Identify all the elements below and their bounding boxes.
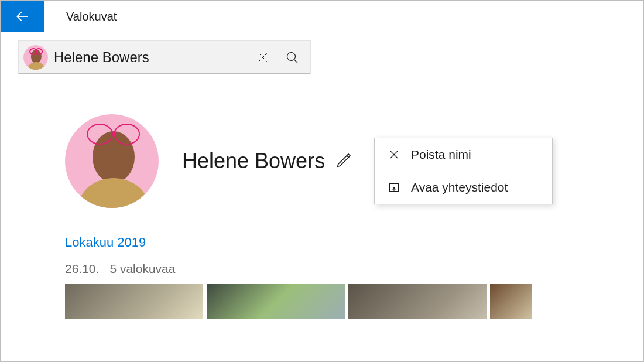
photo-thumbnail[interactable] (207, 284, 345, 319)
menu-item-label: Poista nimi (411, 148, 471, 162)
close-icon (257, 52, 269, 63)
menu-item-open-contact[interactable]: Avaa yhteystiedot (375, 171, 552, 204)
context-menu: Poista nimi Avaa yhteystiedot (374, 138, 553, 204)
menu-item-remove-name[interactable]: Poista nimi (375, 138, 552, 171)
back-button[interactable] (1, 1, 44, 32)
photo-thumbnail[interactable] (65, 284, 203, 319)
svg-line-4 (294, 59, 298, 63)
edit-name-button[interactable] (335, 151, 353, 171)
svg-point-3 (287, 52, 296, 60)
search-input[interactable]: Helene Bowers (54, 49, 248, 66)
profile-avatar (65, 114, 159, 208)
search-button[interactable] (278, 44, 307, 71)
menu-item-label: Avaa yhteystiedot (411, 180, 508, 194)
pencil-icon (335, 151, 353, 169)
date-label: 26.10. (65, 262, 99, 276)
close-icon (385, 149, 403, 160)
back-arrow-icon (15, 9, 30, 24)
open-external-icon (385, 182, 403, 193)
photo-count-label: 5 valokuvaa (109, 262, 175, 276)
photo-thumbnail[interactable] (490, 284, 532, 319)
month-heading-link[interactable]: Lokakuu 2019 (65, 235, 643, 250)
search-avatar-thumbnail (23, 45, 48, 70)
photo-thumbnails-row (65, 284, 643, 319)
photo-thumbnail[interactable] (348, 284, 487, 319)
app-title: Valokuvat (66, 10, 117, 23)
svg-line-5 (347, 156, 349, 158)
search-icon (285, 50, 299, 64)
profile-name: Helene Bowers (182, 149, 325, 173)
clear-search-button[interactable] (248, 44, 278, 71)
search-bar[interactable]: Helene Bowers (18, 40, 311, 74)
